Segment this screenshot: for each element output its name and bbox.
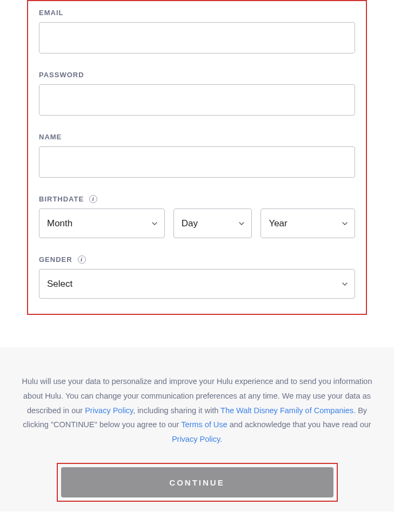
continue-button[interactable]: CONTINUE [61,467,333,497]
legal-text-part: and acknowledge that you have read our [228,420,371,429]
name-input[interactable] [39,146,355,178]
signup-form-container: EMAIL PASSWORD NAME BIRTHDATE i Month [27,0,367,315]
gender-label-text: GENDER [39,255,72,264]
birthdate-day-select[interactable]: Day [173,208,252,238]
birthdate-year-value: Year [269,218,287,229]
gender-group: GENDER i Select [39,254,355,299]
birthdate-month-value: Month [47,218,72,229]
name-label: NAME [39,133,62,141]
email-group: EMAIL [39,8,355,53]
birthdate-month-select[interactable]: Month [39,208,165,238]
birthdate-label: BIRTHDATE i [39,195,97,203]
birthdate-selects: Month Day Year [39,208,355,238]
birthdate-day-value: Day [182,218,198,229]
birthdate-label-text: BIRTHDATE [39,195,84,203]
password-input[interactable] [39,84,355,116]
birthdate-group: BIRTHDATE i Month Day [39,194,355,238]
gender-label: GENDER i [39,255,86,264]
terms-of-use-link[interactable]: Terms of Use [181,420,227,429]
privacy-policy-link-2[interactable]: Privacy Policy [172,435,220,443]
info-icon[interactable]: i [78,255,86,264]
email-input[interactable] [39,22,355,53]
footer-section: Hulu will use your data to personalize a… [0,347,394,511]
disney-family-link[interactable]: The Walt Disney Family of Companies [221,406,353,415]
gender-value: Select [47,279,72,289]
privacy-policy-link[interactable]: Privacy Policy [85,406,133,415]
email-label: EMAIL [39,9,63,17]
birthdate-year-select[interactable]: Year [261,208,355,238]
info-icon[interactable]: i [89,195,97,203]
legal-text-part: , including sharing it with [133,406,221,415]
continue-container: CONTINUE [57,463,338,502]
gender-select[interactable]: Select [39,269,355,299]
password-group: PASSWORD [39,70,355,116]
name-group: NAME [39,132,355,178]
legal-text: Hulu will use your data to personalize a… [14,374,381,447]
password-label: PASSWORD [39,71,84,79]
legal-text-part: . [220,435,222,443]
